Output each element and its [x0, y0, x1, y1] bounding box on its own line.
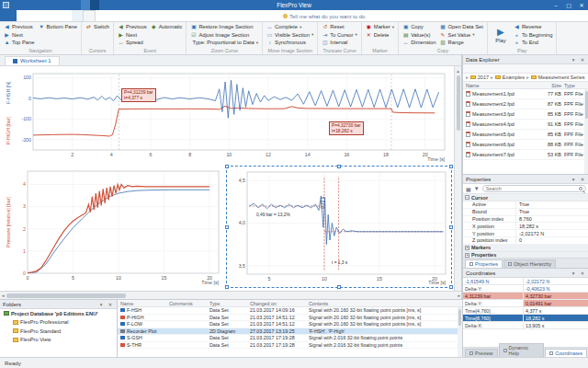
property-group-row[interactable]: +Markers: [463, 245, 588, 252]
pressure-chart-svg[interactable]: 0510152001234Time [s]Pressure [relative]…: [6, 167, 222, 285]
ribbon-button[interactable]: ▣Restore Image Section: [188, 23, 260, 31]
ribbon-tab[interactable]: [39, 10, 50, 21]
ribbon-tab[interactable]: [50, 10, 61, 21]
property-row[interactable]: Y position-2,02172 N: [463, 230, 588, 237]
close-icon[interactable]: ✕: [579, 57, 586, 63]
file-row[interactable]: Measurement7.fpd 53 KB FPF File: [463, 150, 588, 160]
ribbon-button[interactable]: ▶Play: [490, 23, 512, 47]
ribbon-button[interactable]: ⇥To Cursor▾: [320, 31, 358, 40]
selection-handle[interactable]: [225, 285, 229, 289]
chevron-down-icon[interactable]: ▾: [570, 177, 577, 182]
contextual-tool-tab[interactable]: [90, 0, 99, 10]
search-box[interactable]: [482, 185, 586, 192]
ribbon-button[interactable]: ✕Delete: [364, 31, 396, 40]
object-row[interactable]: P-HIGH Data Set 21.03.2017 14:51:12 Sign…: [118, 315, 462, 322]
ribbon-tab[interactable]: [72, 10, 83, 21]
ribbon-button[interactable]: ◀Reverse: [512, 23, 555, 31]
panel-tab[interactable]: Coordinates: [545, 349, 587, 357]
ribbon-button[interactable]: ◫Interval: [320, 39, 358, 47]
zoom-chart[interactable]: 51015203,54,04,5Time [s] 0,49 bar = 13,2…: [229, 168, 449, 285]
expand-collapse-icon[interactable]: −: [465, 195, 469, 200]
chevron-down-icon[interactable]: ▾: [97, 302, 105, 307]
close-icon[interactable]: ✕: [107, 302, 114, 307]
ribbon-button[interactable]: ◀Previous: [116, 23, 149, 31]
ribbon-button[interactable]: ◉Marker▾: [364, 23, 396, 31]
ribbon-tab[interactable]: [0, 10, 17, 21]
ribbon-button[interactable]: ▶Next: [2, 31, 37, 40]
recorder-plot-svg[interactable]: 24681012141618201000-100-200Time [s]F-HS…: [6, 70, 448, 162]
sort-az-icon[interactable]: ▼: [474, 186, 480, 191]
file-row[interactable]: Measurement3.fpd 85 KB FPF File: [463, 109, 588, 120]
close-button[interactable]: ✕: [575, 0, 588, 10]
ribbon-button[interactable]: ▦Open Data Set: [438, 23, 485, 31]
column-header-type[interactable]: Type: [209, 301, 250, 306]
panel-tab[interactable]: Preview: [465, 349, 498, 357]
ribbon-button[interactable]: ◆Automatic: [149, 23, 185, 31]
tell-me-box[interactable]: Tell me what do you want to do: [283, 14, 365, 19]
ribbon-button[interactable]: ⇄Switch: [84, 23, 111, 31]
property-group-row[interactable]: −Cursor: [463, 194, 588, 201]
property-row[interactable]: Z position index0: [463, 237, 588, 245]
ribbon-button[interactable]: ▣Copy: [401, 23, 437, 31]
column-header-size[interactable]: Size: [537, 83, 561, 88]
coordinates-row[interactable]: -1,61549 N -2,02172 N: [463, 278, 588, 285]
ribbon-button[interactable]: ↕Synchronous: [265, 39, 315, 47]
coordinates-row[interactable]: 4,31239 bar 4,32730 bar: [463, 293, 588, 300]
scroll-up-icon[interactable]: ▴: [457, 68, 459, 74]
object-row[interactable]: Recorder Plot 2D Diagram 27.03.2017 13:1…: [118, 328, 462, 336]
recorder-plot-chart[interactable]: 24681012141618201000-100-200Time [s]F-HS…: [6, 70, 448, 162]
ribbon-button[interactable]: ▶Next: [116, 31, 149, 40]
file-row[interactable]: Measurement1.fpd 77 KB FPF File: [463, 89, 588, 99]
scroll-thumb[interactable]: [457, 75, 460, 131]
chevron-down-icon[interactable]: ▾: [570, 270, 577, 276]
breadcrumb-item[interactable]: ▸Examples: [491, 75, 525, 80]
coordinates-row[interactable]: Time[8,760] 18,282 s: [463, 315, 588, 322]
folder-item[interactable]: FlexPro Standard: [0, 327, 117, 336]
folder-item[interactable]: FlexPro Professional: [0, 318, 117, 328]
worksheet-vertical-scrollbar[interactable]: ▴: [454, 66, 461, 291]
search-input[interactable]: [486, 186, 579, 191]
panel-tab[interactable]: Object Hierarchy: [503, 259, 556, 268]
minimize-button[interactable]: –: [549, 0, 562, 10]
object-row[interactable]: F-LOW Data Set 21.03.2017 14:51:12 Signa…: [118, 321, 462, 328]
data-explorer-scrollbar[interactable]: [584, 89, 588, 175]
file-row[interactable]: Measurement6.fpd 88 KB FPF File: [463, 140, 588, 150]
ribbon-button[interactable]: ☑Adjust Image Section: [188, 31, 260, 40]
column-header-type[interactable]: Type: [561, 83, 588, 88]
file-row[interactable]: Measurement5.fpd 85 KB FPF File: [463, 130, 588, 140]
close-icon[interactable]: ✕: [579, 270, 586, 276]
property-row[interactable]: X position18,282 s: [463, 223, 588, 230]
zoom-chart-svg[interactable]: 51015203,54,04,5Time [s]: [229, 168, 449, 285]
folder-item[interactable]: FlexPro View: [0, 336, 117, 345]
chevron-down-icon[interactable]: ▾: [570, 57, 577, 63]
ribbon-button[interactable]: ↺Reset: [320, 23, 358, 31]
ribbon-button[interactable]: ◀Previous: [2, 23, 37, 31]
scroll-thumb[interactable]: [458, 309, 461, 326]
property-row[interactable]: BoundTrue: [463, 209, 588, 216]
ribbon-tab[interactable]: [28, 10, 39, 21]
ribbon-button[interactable]: ↔Complete▾: [265, 23, 315, 31]
worksheet-tab[interactable]: Worksheet 1: [5, 56, 60, 65]
cursor-annotation-1[interactable]: P=4,31239 bar t=4,377 s: [121, 88, 156, 102]
coordinates-row[interactable]: Time[4,760] 4,377 s: [463, 307, 588, 315]
maximize-button[interactable]: ▢: [562, 0, 575, 10]
panel-tab[interactable]: Properties: [465, 259, 503, 268]
ribbon-button[interactable]: ↔Dimension: [401, 39, 437, 47]
panel-tab[interactable]: Dynamic Help: [499, 343, 545, 357]
selected-zoom-chart[interactable]: 51015203,54,04,5Time [s] 0,49 bar = 13,2…: [226, 166, 452, 288]
column-header-name[interactable]: Name: [118, 301, 169, 306]
expand-collapse-icon[interactable]: +: [465, 246, 469, 250]
object-list-scrollbar[interactable]: [458, 307, 462, 357]
categorize-icon[interactable]: ▦: [466, 186, 471, 192]
breadcrumb-item[interactable]: ▸Measurement Series: [526, 75, 585, 80]
scroll-left-icon[interactable]: ◂: [2, 293, 5, 298]
ribbon-button[interactable]: «To Beginning: [512, 31, 555, 40]
pressure-chart[interactable]: 0510152001234Time [s]Pressure [relative]…: [6, 167, 222, 285]
worksheet-horizontal-scrollbar[interactable]: ◂ ▸: [0, 291, 462, 299]
coordinates-row[interactable]: Delta-Y: 0,01491 bar: [463, 300, 588, 307]
ribbon-tab[interactable]: [61, 10, 72, 21]
column-header-comments[interactable]: Comments: [169, 301, 209, 306]
close-icon[interactable]: ✕: [579, 177, 586, 182]
selection-handle[interactable]: [337, 285, 341, 289]
column-header-contents[interactable]: Contents: [309, 301, 462, 306]
